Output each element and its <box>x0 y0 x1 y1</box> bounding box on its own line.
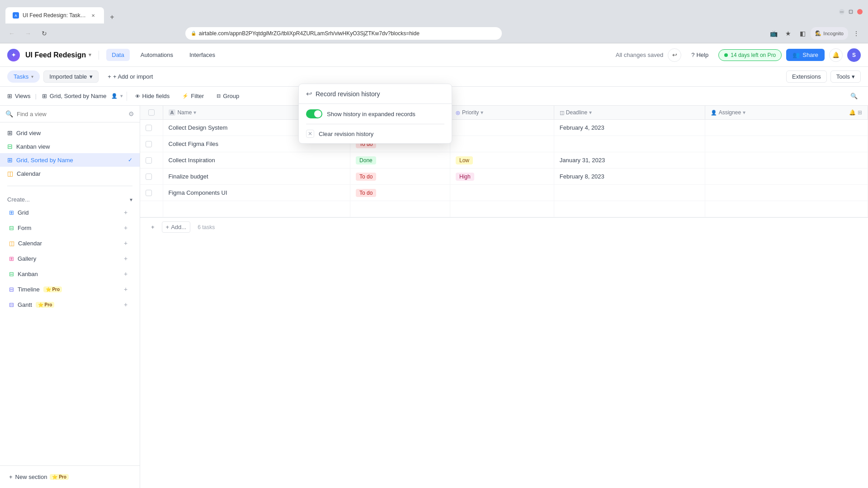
create-form-item[interactable]: ⊟ Form + <box>7 220 132 235</box>
restore-icon[interactable] <box>848 9 854 14</box>
row-name-cell[interactable]: Collect Inspiration <box>163 152 350 169</box>
add-gallery-view-button[interactable]: + <box>121 253 131 263</box>
table-row[interactable] <box>140 201 868 217</box>
create-grid-item[interactable]: ⊞ Grid + <box>7 205 132 220</box>
row-name-cell[interactable]: Figma Components UI <box>163 185 350 201</box>
table-row[interactable]: Finalize budgetTo doHighFebruary 8, 2023 <box>140 169 868 185</box>
add-form-view-button[interactable]: + <box>121 223 131 233</box>
airtable-logo[interactable]: ✦ <box>7 49 20 61</box>
th-deadline[interactable]: ◫ Deadline ▾ <box>554 106 705 120</box>
create-timeline-item[interactable]: ⊟ Timeline ⭐ Pro + <box>7 282 132 297</box>
create-header[interactable]: Create... ▾ <box>7 196 132 203</box>
search-view-input[interactable] <box>17 111 125 117</box>
sidebar-item-kanban-view[interactable]: ⊟ Kanban view <box>0 140 140 153</box>
back-button[interactable]: ← <box>5 27 18 40</box>
close-window-icon[interactable]: ✕ <box>857 9 863 14</box>
more-options-icon[interactable]: ⋮ <box>850 27 863 40</box>
add-grid-view-button[interactable]: + <box>121 207 131 217</box>
nav-automations-button[interactable]: Automations <box>135 49 179 61</box>
row-status-cell[interactable]: To do <box>350 185 450 201</box>
new-tab-button[interactable]: + <box>106 11 118 23</box>
table-row[interactable]: Figma Components UITo do <box>140 185 868 201</box>
select-all-checkbox[interactable] <box>148 109 155 116</box>
row-priority-cell[interactable] <box>450 120 554 136</box>
assignee-bell-icon[interactable]: 🔔 <box>849 109 856 116</box>
create-calendar-item[interactable]: ◫ Calendar + <box>7 235 132 251</box>
search-button[interactable]: 🔍 <box>847 89 861 103</box>
bookmark-icon[interactable]: ★ <box>782 27 794 40</box>
incognito-button[interactable]: 🕵 Incognito <box>811 27 848 40</box>
close-tab-button[interactable]: ✕ <box>90 12 97 19</box>
tools-button[interactable]: Tools ▾ <box>830 70 861 83</box>
row-assignee-cell[interactable] <box>705 185 868 201</box>
row-assignee-cell[interactable] <box>705 152 868 169</box>
show-history-toggle[interactable] <box>306 109 322 118</box>
address-bar[interactable]: 🔒 airtable.com/appnB2PYqtdgiMrZG/tbliXpR… <box>185 27 502 40</box>
add-import-button[interactable]: + + Add or import <box>102 71 158 82</box>
sidebar-gear-icon[interactable]: ⚙ <box>128 110 134 117</box>
table-row[interactable]: Collect InspirationDoneLowJanuary 31, 20… <box>140 152 868 169</box>
pro-badge[interactable]: 14 days left on Pro <box>718 49 782 61</box>
row-checkbox[interactable] <box>146 190 152 196</box>
table-row[interactable]: Collect Design SystemIn proFebruary 4, 2… <box>140 120 868 136</box>
user-avatar[interactable]: S <box>847 48 861 62</box>
app-name[interactable]: UI Feed Redesign ▾ <box>25 51 91 59</box>
group-button[interactable]: ⊟ Group <box>212 91 244 101</box>
add-gantt-view-button[interactable]: + <box>121 300 131 310</box>
forward-button[interactable]: → <box>22 27 34 40</box>
add-row-button[interactable]: + <box>147 222 158 232</box>
add-calendar-view-button[interactable]: + <box>121 238 131 248</box>
row-status-cell[interactable] <box>350 201 450 217</box>
row-checkbox[interactable] <box>146 141 152 147</box>
share-button[interactable]: 👥 Share <box>786 49 825 61</box>
tasks-tab[interactable]: Tasks ▾ <box>7 70 40 83</box>
new-section-button[interactable]: + New section ⭐ Pro <box>7 470 132 483</box>
create-gallery-item[interactable]: ⊞ Gallery + <box>7 251 132 266</box>
clear-history-item[interactable]: ✕ Clear revision history <box>299 124 452 143</box>
row-name-cell[interactable] <box>163 201 350 217</box>
nav-data-button[interactable]: Data <box>106 49 129 61</box>
filter-button[interactable]: ⚡ Filter <box>178 91 208 101</box>
extensions-button[interactable]: Extensions <box>786 70 827 83</box>
sidebar-item-grid-sorted[interactable]: ⊞ Grid, Sorted by Name ✓ <box>0 153 140 167</box>
row-priority-cell[interactable] <box>450 201 554 217</box>
row-status-cell[interactable]: To do <box>350 169 450 185</box>
create-kanban-item[interactable]: ⊟ Kanban + <box>7 266 132 282</box>
views-label[interactable]: ⊞ Views | <box>7 93 38 99</box>
row-name-cell[interactable]: Finalize budget <box>163 169 350 185</box>
row-assignee-cell[interactable] <box>705 136 868 152</box>
th-priority[interactable]: ◎ Priority ▾ <box>450 106 554 120</box>
cast-icon[interactable]: 📺 <box>767 27 780 40</box>
help-button[interactable]: ? Help <box>686 49 714 61</box>
row-priority-cell[interactable] <box>450 185 554 201</box>
th-assignee[interactable]: 👤 Assignee ▾ 🔔 ⊞ <box>705 106 868 120</box>
row-status-cell[interactable]: Done <box>350 152 450 169</box>
show-history-item[interactable]: Show history in expanded records <box>299 104 452 124</box>
hide-fields-button[interactable]: 👁 Hide fields <box>131 91 175 101</box>
minimize-icon[interactable] <box>839 9 844 14</box>
row-checkbox[interactable] <box>146 174 152 180</box>
reload-button[interactable]: ↻ <box>38 27 51 40</box>
row-checkbox[interactable] <box>146 125 152 131</box>
deadline-col-more-icon[interactable]: ▾ <box>589 109 592 116</box>
history-button[interactable]: ↩ <box>668 48 681 62</box>
active-tab[interactable]: A UI Feed Redesign: Tasks - Airtabl... ✕ <box>5 7 104 23</box>
add-kanban-view-button[interactable]: + <box>121 269 131 279</box>
notifications-button[interactable]: 🔔 <box>829 48 843 62</box>
add-timeline-view-button[interactable]: + <box>121 284 131 294</box>
priority-col-more-icon[interactable]: ▾ <box>481 109 483 116</box>
row-priority-cell[interactable] <box>450 136 554 152</box>
add-field-button[interactable]: + Add... <box>162 221 191 233</box>
row-checkbox[interactable] <box>146 157 152 164</box>
row-assignee-cell[interactable] <box>705 169 868 185</box>
row-priority-cell[interactable]: Low <box>450 152 554 169</box>
assignee-grid-icon[interactable]: ⊞ <box>858 109 862 116</box>
assignee-col-more-icon[interactable]: ▾ <box>743 109 745 116</box>
name-col-more-icon[interactable]: ▾ <box>193 109 196 116</box>
table-row[interactable]: Collect Figma FilesTo do <box>140 136 868 152</box>
create-gantt-item[interactable]: ⊟ Gantt ⭐ Pro + <box>7 297 132 312</box>
current-view-label[interactable]: ⊞ Grid, Sorted by Name 👤 ▾ <box>42 93 123 99</box>
imported-table-button[interactable]: Imported table ▾ <box>43 70 99 83</box>
nav-interfaces-button[interactable]: Interfaces <box>184 49 221 61</box>
sidebar-item-calendar[interactable]: ◫ Calendar <box>0 167 140 180</box>
